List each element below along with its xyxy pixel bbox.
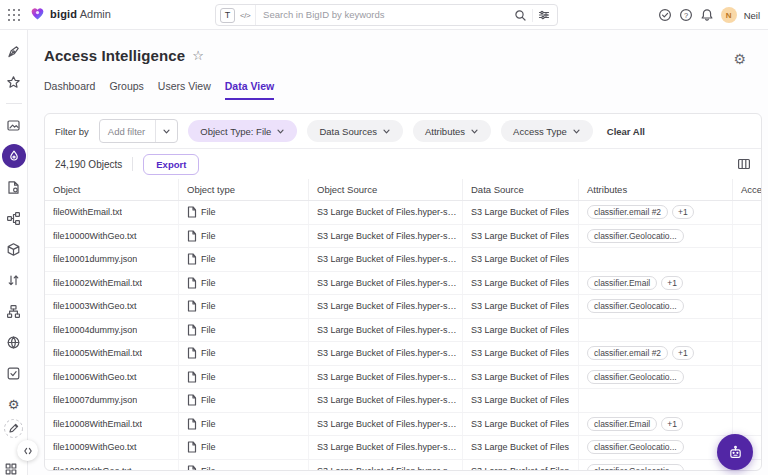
attribute-more-chip[interactable]: +1 xyxy=(672,205,694,219)
sidebar-item-policies[interactable] xyxy=(2,175,26,199)
cell-object: file10001dummy.json xyxy=(45,248,179,271)
cell-object-type: File xyxy=(179,295,309,318)
chevron-down-icon xyxy=(470,127,479,136)
cell-object-source: S3 Large Bucket of Files.hyper-scan-test… xyxy=(309,366,463,389)
column-header-data-source[interactable]: Data Source xyxy=(463,179,579,200)
table-row[interactable]: file1000WithGeo.txt File S3 Large Bucket… xyxy=(45,460,761,472)
filter-pill-access-type[interactable]: Access Type xyxy=(501,120,593,142)
collapse-sidebar-button[interactable] xyxy=(17,440,38,461)
cell-access xyxy=(733,389,762,412)
user-avatar[interactable]: N xyxy=(721,7,737,23)
table-row[interactable]: file10004dummy.json File S3 Large Bucket… xyxy=(45,319,761,343)
cell-object-source: S3 Large Bucket of Files.hyper-scan-test… xyxy=(309,460,463,472)
search-input[interactable]: Search in BigID by keywords xyxy=(255,5,509,25)
column-chooser-icon[interactable] xyxy=(737,157,751,171)
table-row[interactable]: file10009WithGeo.txt File S3 Large Bucke… xyxy=(45,436,761,460)
cell-data-source: S3 Large Bucket of Files xyxy=(463,389,579,412)
attribute-chip[interactable]: classifier.Geolocatio... xyxy=(587,464,684,471)
filter-pill-attributes[interactable]: Attributes xyxy=(413,120,491,142)
export-button[interactable]: Export xyxy=(143,154,199,175)
add-filter-input[interactable]: Add filter xyxy=(99,119,179,143)
cell-attributes: classifier.Geolocatio... xyxy=(579,225,733,248)
notifications-bell-icon[interactable] xyxy=(700,8,714,22)
advanced-search-icon[interactable] xyxy=(538,9,550,21)
table-row[interactable]: file10006WithGeo.txt File S3 Large Bucke… xyxy=(45,366,761,390)
file-icon xyxy=(187,418,197,430)
cell-object: file10006WithGeo.txt xyxy=(45,366,179,389)
table-row[interactable]: file10005WithEmail.txt File S3 Large Buc… xyxy=(45,342,761,366)
attribute-more-chip[interactable]: +1 xyxy=(672,346,694,360)
cell-object-type: File xyxy=(179,413,309,436)
attribute-more-chip[interactable]: +1 xyxy=(661,276,683,290)
attribute-chip[interactable]: classifier.email #2 xyxy=(587,346,668,360)
file-icon xyxy=(187,441,197,453)
favorite-star-icon[interactable]: ☆ xyxy=(192,48,204,63)
tab-bar: Dashboard Groups Users View Data View xyxy=(44,80,274,100)
table-row[interactable]: file0WithEmail.txt File S3 Large Bucket … xyxy=(45,201,761,225)
image-icon xyxy=(6,118,21,133)
table-row[interactable]: file10001dummy.json File S3 Large Bucket… xyxy=(45,248,761,272)
search-icon[interactable] xyxy=(514,9,527,22)
attribute-chip[interactable]: classifier.Email xyxy=(587,417,657,431)
tab-data-view[interactable]: Data View xyxy=(225,80,274,100)
apps-grid-button[interactable] xyxy=(5,463,17,475)
column-header-object-type[interactable]: Object type xyxy=(179,179,309,200)
tasks-check-icon[interactable] xyxy=(658,8,672,22)
tab-users-view[interactable]: Users View xyxy=(158,80,211,100)
sidebar-item-compliance[interactable] xyxy=(2,361,26,385)
global-search[interactable]: T </> Search in BigID by keywords xyxy=(215,4,558,26)
attribute-chip[interactable]: classifier.Email xyxy=(587,276,657,290)
cell-access xyxy=(733,248,762,271)
cell-attributes: classifier.Geolocatio... xyxy=(579,295,733,318)
cell-attributes xyxy=(579,389,733,412)
sidebar-item-access-intelligence[interactable] xyxy=(2,144,26,168)
clear-all-button[interactable]: Clear All xyxy=(607,126,645,137)
sidebar-item-data-flows[interactable] xyxy=(2,268,26,292)
app-launcher-icon[interactable] xyxy=(8,9,21,22)
sidebar-item-data-sphere[interactable] xyxy=(2,330,26,354)
query-code-icon[interactable]: </> xyxy=(240,11,250,20)
sidebar-item-overview[interactable] xyxy=(2,113,26,137)
cell-object: file1000WithGeo.txt xyxy=(45,460,179,472)
tab-dashboard[interactable]: Dashboard xyxy=(44,80,95,100)
text-search-toggle[interactable]: T xyxy=(220,8,235,23)
attribute-chip[interactable]: classifier.email #2 xyxy=(587,205,668,219)
filter-pill-object-type[interactable]: Object Type: File xyxy=(188,120,297,142)
column-header-attributes[interactable]: Attributes xyxy=(579,179,733,200)
cell-object-source: S3 Large Bucket of Files.hyper-scan-test… xyxy=(309,342,463,365)
apps-grid-icon xyxy=(5,463,17,475)
classification-icon xyxy=(6,211,21,226)
sidebar-item-settings[interactable]: ⚙ xyxy=(2,392,26,416)
column-header-object-source[interactable]: Object Source xyxy=(309,179,463,200)
file-icon xyxy=(187,465,197,471)
inventory-cube-icon xyxy=(6,242,21,257)
attribute-chip[interactable]: classifier.Geolocatio... xyxy=(587,299,684,313)
column-header-object[interactable]: Object xyxy=(45,179,179,200)
attribute-chip[interactable]: classifier.Geolocatio... xyxy=(587,229,684,243)
main-content: Access Intelligence ☆ ⚙ Dashboard Groups… xyxy=(28,30,768,475)
annotate-button[interactable] xyxy=(3,418,24,439)
help-icon[interactable]: ? xyxy=(679,8,693,22)
page-settings-gear-icon[interactable]: ⚙ xyxy=(733,51,746,67)
table-row[interactable]: file10000WithGeo.txt File S3 Large Bucke… xyxy=(45,225,761,249)
filter-pill-data-sources[interactable]: Data Sources xyxy=(307,120,403,142)
table-row[interactable]: file10008WithEmail.txt File S3 Large Buc… xyxy=(45,413,761,437)
attribute-chip[interactable]: classifier.Geolocatio... xyxy=(587,440,684,454)
table-row[interactable]: file10007dummy.json File S3 Large Bucket… xyxy=(45,389,761,413)
sidebar-item-pen[interactable] xyxy=(2,39,26,63)
sidebar-item-classification[interactable] xyxy=(2,206,26,230)
toolbar-divider xyxy=(132,157,133,171)
cell-object: file10005WithEmail.txt xyxy=(45,342,179,365)
sidebar-item-catalog[interactable] xyxy=(2,299,26,323)
column-header-access[interactable]: Acce xyxy=(733,179,762,200)
tab-groups[interactable]: Groups xyxy=(109,80,143,100)
cell-object-source: S3 Large Bucket of Files.hyper-scan-test… xyxy=(309,295,463,318)
cell-object-source: S3 Large Bucket of Files.hyper-scan-test… xyxy=(309,272,463,295)
table-row[interactable]: file10002WithEmail.txt File S3 Large Buc… xyxy=(45,272,761,296)
attribute-more-chip[interactable]: +1 xyxy=(661,417,683,431)
sidebar-item-favorites[interactable] xyxy=(2,70,26,94)
assistant-fab-button[interactable] xyxy=(717,434,753,470)
sidebar-item-inventory[interactable] xyxy=(2,237,26,261)
table-row[interactable]: file10003WithGeo.txt File S3 Large Bucke… xyxy=(45,295,761,319)
attribute-chip[interactable]: classifier.Geolocatio... xyxy=(587,370,684,384)
